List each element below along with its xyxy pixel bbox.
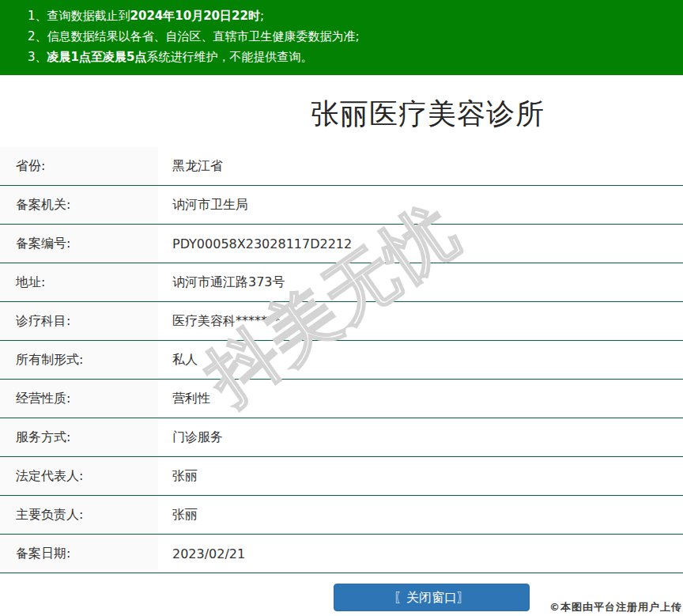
table-row-ownership-form: 所有制形式: 私人 [0,341,683,380]
notice-line-3: 3、凌晨1点至凌晨5点系统进行维护，不能提供查询。 [28,47,675,67]
row-value: 私人 [158,341,683,379]
table-row-treatment-subjects: 诊疗科目: 医疗美容科******* [0,302,683,341]
row-value: 营利性 [158,380,683,418]
table-row-service-mode: 服务方式: 门诊服务 [0,418,683,457]
table-row-province: 省份: 黑龙江省 [0,147,683,186]
row-label: 备案机关: [0,186,158,224]
row-value: 黑龙江省 [158,147,683,185]
notice-1-bold: 2024年10月20日22时 [130,9,260,23]
notice-3-suffix: 系统进行维护，不能提供查询。 [146,50,312,64]
row-label: 法定代表人: [0,457,158,495]
notice-1-text: 1、查询数据截止到 [28,9,130,23]
row-label: 省份: [0,147,158,185]
row-label: 备案日期: [0,535,158,573]
table-row-filing-date: 备案日期: 2023/02/21 [0,535,683,573]
row-value: 门诊服务 [158,418,683,456]
upload-credit-watermark: ©本图由平台注册用户上传 [549,600,682,614]
notice-3-bold: 凌晨1点至凌晨5点 [47,50,147,64]
row-label: 主要负责人: [0,496,158,534]
notice-1-suffix: ; [260,9,264,23]
table-row-business-nature: 经营性质: 营利性 [0,380,683,418]
row-label: 备案编号: [0,225,158,263]
notice-2-text: 2、信息数据结果以各省、自治区、直辖市卫生健康委数据为准; [28,29,360,43]
close-window-button[interactable]: 〖关闭窗口〗 [334,584,530,611]
row-value: 张丽 [158,496,683,534]
row-value: 张丽 [158,457,683,495]
row-value: 医疗美容科******* [158,302,683,340]
title-area: 张丽医疗美容诊所 [172,99,683,128]
row-value: 讷河市卫生局 [158,186,683,224]
table-row-filing-number: 备案编号: PDY00058X23028117D2212 [0,225,683,263]
page-title: 张丽医疗美容诊所 [172,99,683,128]
row-label: 地址: [0,263,158,301]
info-table: 省份: 黑龙江省 备案机关: 讷河市卫生局 备案编号: PDY00058X230… [0,147,683,573]
row-label: 服务方式: [0,418,158,456]
row-value: PDY00058X23028117D2212 [158,225,683,263]
notice-line-2: 2、信息数据结果以各省、自治区、直辖市卫生健康委数据为准; [28,26,675,47]
notice-3-text: 3、 [28,50,47,64]
row-value: 讷河市通江路373号 [158,263,683,301]
table-row-address: 地址: 讷河市通江路373号 [0,263,683,302]
row-label: 经营性质: [0,380,158,418]
row-label: 所有制形式: [0,341,158,379]
row-label: 诊疗科目: [0,302,158,340]
notice-line-1: 1、查询数据截止到2024年10月20日22时; [28,6,675,26]
table-row-legal-representative: 法定代表人: 张丽 [0,457,683,496]
table-row-main-responsible-person: 主要负责人: 张丽 [0,496,683,535]
row-value: 2023/02/21 [158,535,683,573]
notice-banner: 1、查询数据截止到2024年10月20日22时; 2、信息数据结果以各省、自治区… [0,0,683,75]
table-row-filing-authority: 备案机关: 讷河市卫生局 [0,186,683,225]
